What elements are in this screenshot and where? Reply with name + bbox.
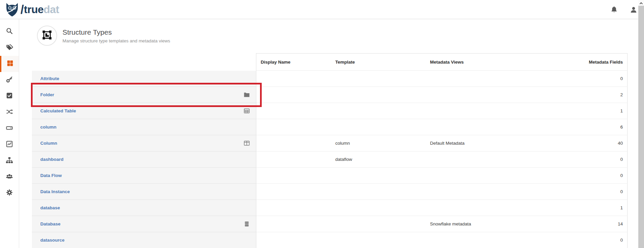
sidebar-item-configuration[interactable] [0, 185, 19, 201]
grid-icon [6, 60, 14, 68]
structure-type-name-cell[interactable]: dashboard [32, 151, 256, 168]
sidebar-item-lineage[interactable] [0, 104, 19, 120]
table-row: Data Instance [32, 184, 628, 200]
table-header-row: Display Name Template Metadata Views Met… [32, 53, 628, 71]
sidebar [0, 19, 19, 248]
user-icon[interactable] [630, 6, 638, 14]
cell-metadata-views: Default Metadata [430, 141, 530, 146]
cell-metadata-fields: 6 [530, 125, 627, 130]
sidebar-item-quality[interactable] [0, 88, 19, 104]
database-icon [244, 221, 250, 227]
table-row: Column [32, 135, 628, 151]
table-row: Database [32, 216, 628, 232]
sidebar-item-systems[interactable] [0, 120, 19, 137]
sidebar-item-structure-types[interactable] [0, 56, 19, 72]
structure-type-name-cell[interactable]: datasource [32, 232, 256, 248]
structure-type-link[interactable]: column [40, 125, 56, 130]
search-icon [6, 27, 13, 36]
column-header-template: Template [335, 60, 430, 65]
structure-type-link[interactable]: Calculated Table [40, 108, 76, 113]
cell-metadata-fields: 0 [530, 173, 627, 178]
structure-type-link[interactable]: dashboard [40, 157, 63, 162]
table-row-data: Snowflake metadata 14 [256, 216, 628, 232]
truedat-logo[interactable]: /truedat [5, 0, 59, 19]
cell-metadata-fields: 1 [530, 205, 627, 210]
structure-type-link[interactable]: Folder [40, 92, 54, 97]
table-body: Attribute [32, 71, 628, 248]
table-row-data: 1 [256, 103, 628, 119]
cell-metadata-fields: 0 [530, 238, 627, 243]
gear-icon [6, 189, 13, 198]
vertical-scrollbar[interactable] [638, 0, 644, 248]
structure-type-name-cell[interactable]: Data Instance [32, 184, 256, 200]
table-row: Calculated Table [32, 103, 628, 119]
table-row-data: 0 [256, 168, 628, 184]
table-row: dashboard [32, 151, 628, 168]
structure-type-link[interactable]: Data Flow [40, 173, 62, 178]
structure-type-link[interactable]: database [40, 205, 60, 210]
table-row-data: dataflow 0 [256, 151, 628, 168]
structure-type-name-cell[interactable]: database [32, 200, 256, 216]
table-row-data: 6 [256, 119, 628, 135]
structure-type-link[interactable]: Column [40, 141, 57, 146]
column-header-metadata-fields: Metadata Fields [530, 60, 627, 65]
cell-metadata-fields: 2 [530, 92, 627, 97]
cell-metadata-fields: 0 [530, 157, 627, 162]
structure-type-name-cell[interactable]: column [32, 119, 256, 135]
table-row-data: 0 [256, 71, 628, 87]
cell-metadata-fields: 1 [530, 108, 627, 113]
cell-metadata-views: Snowflake metadata [430, 221, 530, 226]
scrollbar-thumb[interactable] [638, 6, 644, 248]
scroll-up-button[interactable] [638, 0, 644, 6]
structure-type-name-cell[interactable]: Column [32, 135, 256, 151]
cell-metadata-fields: 0 [530, 189, 627, 194]
table-row: column [32, 119, 628, 135]
cell-metadata-fields: 14 [530, 221, 627, 226]
bell-icon[interactable] [610, 6, 618, 14]
hard-drive-icon [6, 124, 13, 133]
table-row: Folder [32, 87, 628, 103]
columns-icon [244, 140, 250, 146]
sidebar-item-dashboards[interactable] [0, 137, 19, 153]
table-icon [244, 108, 250, 114]
brand-name-primary: true [24, 3, 43, 16]
structure-type-name-cell[interactable]: Data Flow [32, 168, 256, 184]
table-row: datasource [32, 232, 628, 248]
structure-type-link[interactable]: Data Instance [40, 189, 70, 194]
structure-type-link[interactable]: Database [40, 221, 60, 226]
structure-type-name-cell[interactable]: Calculated Table [32, 103, 256, 119]
table-row: Attribute [32, 71, 628, 87]
structure-type-name-cell[interactable]: Attribute [32, 71, 256, 87]
shuffle-icon [6, 108, 13, 117]
structure-type-link[interactable]: datasource [40, 238, 65, 243]
page-icon-circle [37, 26, 57, 46]
table-row-data: 0 [256, 184, 628, 200]
chevron-up-icon [639, 0, 643, 6]
structure-type-name-cell[interactable]: Database [32, 216, 256, 232]
sidebar-item-search[interactable] [0, 24, 19, 40]
check-square-icon [6, 92, 13, 101]
sidebar-item-users[interactable] [0, 169, 19, 185]
structure-type-link[interactable]: Attribute [40, 76, 59, 81]
structure-type-name-cell[interactable]: Folder [32, 87, 256, 103]
column-header-display-name: Display Name [256, 60, 335, 65]
table-row-data: column Default Metadata 40 [256, 135, 628, 151]
page-title: Structure Types [62, 28, 112, 36]
owl-icon [5, 2, 19, 17]
key-icon [6, 76, 13, 84]
table-row-data: 1 [256, 200, 628, 216]
table-header-spacer [32, 53, 256, 71]
users-icon [6, 173, 13, 181]
table-row: database [32, 200, 628, 216]
top-bar: /truedat [0, 0, 644, 19]
brand-name-secondary: dat [43, 3, 59, 16]
page-subtitle: Manage structure type templates and meta… [62, 38, 170, 43]
table-row-data: 0 [256, 232, 628, 248]
cell-metadata-fields: 40 [530, 141, 627, 146]
sidebar-item-tags[interactable] [0, 40, 19, 56]
cell-template: dataflow [335, 157, 430, 162]
sidebar-item-taxonomy[interactable] [0, 153, 19, 169]
tags-icon [6, 43, 13, 52]
folder-icon [244, 92, 250, 98]
sidebar-item-permissions[interactable] [0, 72, 19, 88]
